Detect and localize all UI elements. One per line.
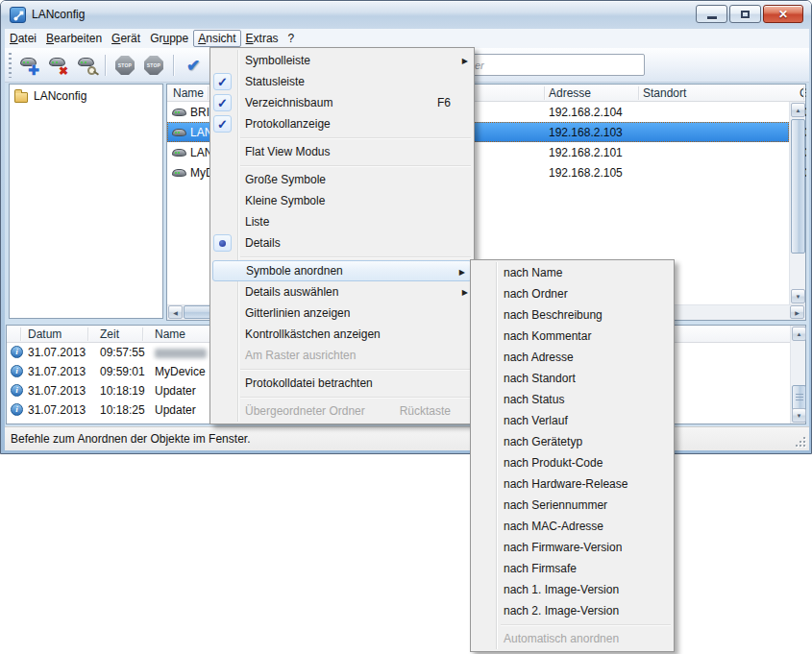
- column-header-adresse[interactable]: Adresse: [549, 86, 591, 100]
- menu-item-nach-seriennummer[interactable]: nach Seriennummer: [471, 495, 674, 516]
- header-separator[interactable]: [87, 327, 88, 341]
- info-icon: i: [11, 365, 23, 377]
- column-header-standort[interactable]: Standort: [643, 86, 686, 100]
- network-glyph: [13, 11, 24, 21]
- check-device-icon[interactable]: ✔: [181, 53, 206, 78]
- menu-item-nach-1-image-version[interactable]: nach 1. Image-Version: [471, 579, 674, 600]
- menubar-item-bearbeiten[interactable]: Bearbeiten: [41, 30, 107, 47]
- menu-item-label: Flat View Modus: [245, 145, 330, 158]
- folder-icon: [14, 92, 28, 103]
- menu-item-protokollanzeige[interactable]: ✓Protokollanzeige: [210, 113, 474, 134]
- search-input[interactable]: [453, 54, 645, 76]
- minimize-icon: [707, 16, 717, 19]
- column-header-name[interactable]: Name: [173, 86, 204, 100]
- menu-item-label: Automatisch anordnen: [504, 632, 619, 645]
- menu-item-nach-ordner[interactable]: nach Ordner: [471, 283, 674, 304]
- header-separator[interactable]: [544, 86, 545, 100]
- menu-item-statusleiste[interactable]: ✓Statusleiste: [210, 71, 474, 92]
- submenu-arrow-icon: ▶: [462, 57, 468, 65]
- menubar-item-ger-t[interactable]: Gerät: [107, 30, 145, 47]
- tree-item-label: LANconfig: [34, 89, 86, 103]
- log-time: 10:18:19: [100, 384, 145, 398]
- menubar-item-datei[interactable]: Datei: [5, 30, 41, 47]
- header-separator[interactable]: [803, 86, 804, 100]
- log-time: 09:59:01: [100, 365, 145, 378]
- menu-item-nach-mac-adresse[interactable]: nach MAC-Adresse: [471, 516, 674, 537]
- menubar-item-ansicht[interactable]: Ansicht: [193, 30, 240, 47]
- menu-item-nach-kommentar[interactable]: nach Kommentar: [471, 326, 674, 347]
- header-separator[interactable]: [20, 327, 21, 341]
- scroll-left-icon[interactable]: ◀: [168, 305, 183, 319]
- menu-item-nach-verlauf[interactable]: nach Verlauf: [471, 410, 674, 431]
- menu-item-nach-status[interactable]: nach Status: [471, 389, 674, 410]
- menu-item-gitterlinien-anzeigen[interactable]: Gitterlinien anzeigen: [210, 303, 474, 324]
- scroll-down-icon[interactable]: ▼: [791, 289, 805, 303]
- titlebar[interactable]: LANconfig ✕: [1, 1, 811, 29]
- log-vertical-scrollbar[interactable]: ▲ ▼: [790, 326, 805, 424]
- menu-item-nach-standort[interactable]: nach Standort: [471, 368, 674, 389]
- close-button[interactable]: ✕: [763, 5, 803, 23]
- find-device-icon[interactable]: [73, 53, 98, 78]
- restore-button[interactable]: [729, 5, 761, 23]
- menu-item-label: Übergeordneter Ordner: [245, 404, 365, 418]
- toolbar-grip[interactable]: [9, 53, 12, 78]
- menu-item-label: nach Firmware-Version: [504, 541, 622, 554]
- log-column-name[interactable]: Name: [155, 327, 185, 341]
- stop-action-icon[interactable]: STOP: [112, 53, 137, 78]
- menu-item-nach-produkt-code[interactable]: nach Produkt-Code: [471, 452, 674, 473]
- menu-item-kontrollk-stchen-anzeigen[interactable]: Kontrollkästchen anzeigen: [210, 324, 474, 345]
- menu-item-label: Kontrollkästchen anzeigen: [245, 327, 381, 341]
- resize-grip[interactable]: [794, 435, 805, 447]
- menubar-item-gruppe[interactable]: Gruppe: [145, 30, 193, 47]
- tree-item-lanconfig[interactable]: LANconfig: [10, 85, 162, 103]
- menu-item-nach-hardware-release[interactable]: nach Hardware-Release: [471, 473, 674, 495]
- scroll-down-icon[interactable]: ▼: [792, 408, 806, 423]
- scroll-right-icon[interactable]: ▶: [790, 305, 804, 319]
- menu-item-kleine-symbole[interactable]: Kleine Symbole: [210, 190, 474, 211]
- device-address: 192.168.2.104: [549, 106, 623, 119]
- menu-item-verzeichnisbaum[interactable]: ✓VerzeichnisbaumF6: [210, 92, 474, 113]
- menu-item-details-ausw-hlen[interactable]: Details auswählen▶: [210, 281, 474, 303]
- menu-item-flat-view-modus[interactable]: Flat View Modus: [210, 141, 474, 162]
- menu-item-nach-firmware-version[interactable]: nach Firmware-Version: [471, 537, 674, 558]
- arrange-icons-submenu: nach Namenach Ordnernach Beschreibungnac…: [470, 259, 675, 652]
- menu-item-nach-beschreibung[interactable]: nach Beschreibung: [471, 304, 674, 326]
- menu-item-symbole-anordnen[interactable]: Symbole anordnen▶: [212, 260, 472, 281]
- menu-item-nach-adresse[interactable]: nach Adresse: [471, 347, 674, 368]
- scroll-up-icon[interactable]: ▲: [791, 103, 805, 117]
- add-device-icon[interactable]: ✚: [15, 53, 40, 78]
- toolbar-separator: [173, 55, 174, 76]
- menu-item-label: Details: [245, 236, 281, 250]
- magnifier-icon: [87, 66, 96, 75]
- header-separator[interactable]: [208, 86, 209, 100]
- device-base-icon: [78, 58, 94, 66]
- menu-item-gro-e-symbole[interactable]: Große Symbole: [210, 169, 474, 190]
- stop-all-icon[interactable]: STOP: [141, 53, 166, 78]
- status-text: Befehle zum Anordnen der Objekte im Fens…: [11, 432, 250, 446]
- log-column-datum[interactable]: Datum: [28, 327, 62, 341]
- menu-item-nach-name[interactable]: nach Name: [471, 262, 674, 283]
- menu-item-details[interactable]: Details: [210, 232, 474, 254]
- device-list-vertical-scrollbar[interactable]: ▲ ▼: [789, 102, 805, 304]
- menu-item-label: nach 1. Image-Version: [504, 583, 619, 596]
- menu-separator: [240, 397, 471, 398]
- header-separator[interactable]: [142, 327, 143, 341]
- menu-item-nach-ger-tetyp[interactable]: nach Gerätetyp: [471, 431, 674, 452]
- window-title: LANconfig: [32, 8, 85, 21]
- menu-item-protokolldatei-betrachten[interactable]: Protokolldatei betrachten: [210, 373, 474, 394]
- menu-item-nach-2-image-version[interactable]: nach 2. Image-Version: [471, 600, 674, 621]
- scrollbar-thumb[interactable]: [792, 385, 806, 410]
- scroll-up-icon[interactable]: ▲: [792, 327, 806, 341]
- log-column-zeit[interactable]: Zeit: [100, 327, 119, 341]
- header-separator[interactable]: [638, 86, 639, 100]
- window-controls: ✕: [696, 5, 803, 23]
- menu-item-liste[interactable]: Liste: [210, 211, 474, 232]
- remove-device-icon[interactable]: ✖: [44, 53, 69, 78]
- menu-item-symbolleiste[interactable]: Symbolleiste▶: [210, 50, 474, 71]
- menu-item-nach-firmsafe[interactable]: nach Firmsafe: [471, 558, 674, 579]
- scrollbar-thumb[interactable]: [791, 119, 805, 254]
- minimize-button[interactable]: [696, 5, 727, 23]
- menubar-item-extras[interactable]: Extras: [241, 30, 283, 47]
- info-icon: i: [11, 384, 23, 397]
- menubar-item-help[interactable]: ?: [283, 30, 300, 47]
